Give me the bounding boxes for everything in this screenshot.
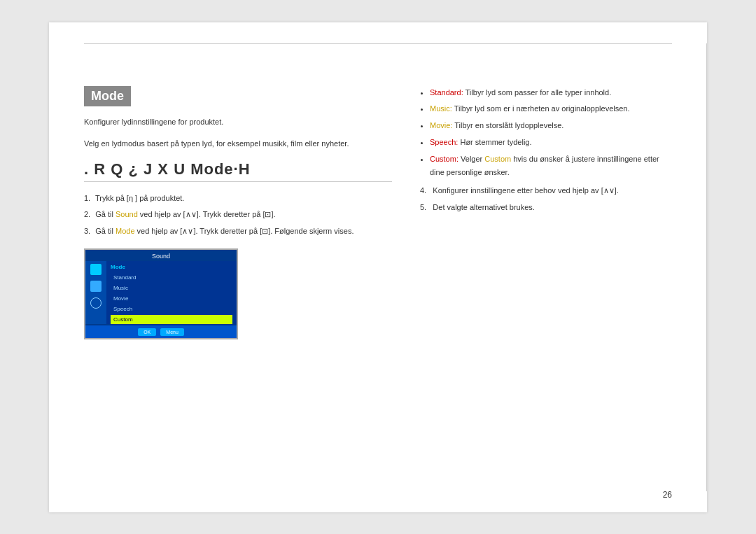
tv-icon-gear	[90, 297, 102, 309]
right-step-5-num: 5.	[420, 203, 430, 211]
standard-text: Tilbyr lyd som passer for alle typer inn…	[465, 88, 612, 97]
step-3-text: Gå til Mode ved hjelp av [∧∨]. Trykk der…	[95, 227, 354, 235]
tv-menu-item-speech: Speech	[111, 304, 232, 314]
left-column: Mode Konfigurer lydinnstillingene for pr…	[84, 86, 392, 340]
custom-label: Custom:	[430, 155, 458, 163]
step-1: 1. Trykk på [η ] på produktet.	[84, 192, 392, 206]
content-area: Mode Konfigurer lydinnstillingene for pr…	[84, 86, 672, 340]
movie-text: Tilbyr en storslått lydopplevelse.	[454, 121, 564, 129]
tv-menu-item-movie: Movie	[111, 294, 232, 303]
right-step-4-num: 4.	[420, 186, 430, 195]
steps-list: 1. Trykk på [η ] på produktet. 2. Gå til…	[84, 192, 392, 239]
bullet-speech: Speech: Hør stemmer tydelig.	[430, 136, 672, 150]
right-step-5-text: Det valgte alternativet brukes.	[433, 203, 535, 211]
step-2-text: Gå til Sound ved hjelp av [∧∨]. Trykk de…	[95, 210, 275, 218]
intro-line1: Konfigurer lydinnstillingene for produkt…	[84, 116, 392, 129]
custom-text: Velger Custom hvis du ønsker å justere i…	[430, 155, 659, 177]
bullet-movie: Movie: Tilbyr en storslått lydopplevelse…	[430, 119, 672, 133]
music-label: Music:	[430, 104, 452, 113]
step-2: 2. Gå til Sound ved hjelp av [∧∨]. Trykk…	[84, 208, 392, 222]
right-column: Standard: Tilbyr lyd som passer for alle…	[420, 86, 672, 340]
bullet-custom: Custom: Velger Custom hvis du ønsker å j…	[430, 153, 672, 181]
speech-label: Speech:	[430, 138, 458, 146]
sound-highlight: Sound	[115, 210, 138, 218]
step-1-text: Trykk på [η ] på produktet.	[95, 194, 184, 202]
tv-bottom-btn-ok: OK	[138, 328, 156, 336]
page: Mode Konfigurer lydinnstillingene for pr…	[49, 22, 707, 512]
custom-inline: Custom	[484, 155, 511, 163]
movie-label: Movie:	[430, 121, 452, 129]
tv-sidebar	[85, 261, 106, 324]
tv-menu-item-custom: Custom	[111, 315, 232, 324]
tv-menu-item-music: Music	[111, 283, 232, 293]
tv-bottom-btn-menu: Menu	[160, 328, 184, 336]
tv-menu-title: Mode	[111, 264, 232, 270]
tv-screenshot: Sound Mode Standard Music Movie Speech C…	[84, 248, 238, 339]
right-rule	[706, 43, 707, 491]
tv-title: Sound	[85, 251, 237, 261]
bullet-list: Standard: Tilbyr lyd som passer for alle…	[420, 86, 672, 181]
tv-body: Mode Standard Music Movie Speech Custom	[85, 261, 237, 324]
bullet-music: Music: Tilbyr lyd som er i nærheten av o…	[430, 102, 672, 116]
page-number: 26	[663, 490, 672, 500]
top-rule	[84, 43, 672, 44]
right-step-4: 4. Konfigurer innstillingene etter behov…	[420, 184, 672, 198]
mode-highlight: Mode	[115, 227, 135, 235]
bullet-standard: Standard: Tilbyr lyd som passer for alle…	[430, 86, 672, 100]
mode-badge: Mode	[84, 86, 131, 106]
step-3-num: 3.	[84, 227, 90, 235]
tv-icon-2	[90, 281, 102, 292]
standard-label: Standard:	[430, 88, 463, 97]
speech-text: Hør stemmer tydelig.	[460, 138, 531, 146]
step-1-num: 1.	[84, 194, 90, 202]
tv-menu: Mode Standard Music Movie Speech Custom	[106, 261, 237, 324]
section-title: . R Q ¿ J X U Mode·H	[84, 160, 392, 182]
step-2-num: 2.	[84, 210, 90, 218]
music-text: Tilbyr lyd som er i nærheten av original…	[454, 104, 630, 113]
tv-menu-item-standard: Standard	[111, 273, 232, 282]
right-step-5: 5. Det valgte alternativet brukes.	[420, 201, 672, 215]
intro-line2: Velg en lydmodus basert på typen lyd, fo…	[84, 138, 392, 150]
step-3: 3. Gå til Mode ved hjelp av [∧∨]. Trykk …	[84, 225, 392, 239]
right-step-4-text: Konfigurer innstillingene etter behov ve…	[433, 186, 619, 195]
right-steps: 4. Konfigurer innstillingene etter behov…	[420, 184, 672, 215]
tv-icon-1	[90, 264, 102, 275]
tv-bottom-bar: OK Menu	[85, 325, 237, 338]
